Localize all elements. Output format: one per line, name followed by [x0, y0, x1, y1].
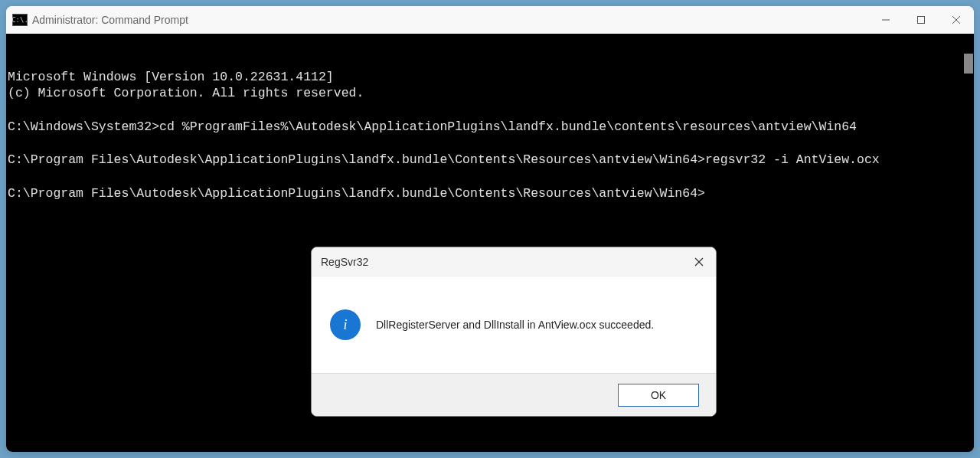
dialog-footer: OK — [312, 373, 716, 416]
close-icon — [952, 16, 960, 24]
info-icon: i — [330, 309, 361, 340]
cmd-icon: C:\. — [12, 14, 28, 26]
dialog-close-button[interactable] — [682, 247, 716, 276]
window-title: Administrator: Command Prompt — [32, 14, 188, 26]
regsvr32-dialog: RegSvr32 i DllRegisterServer and DllInst… — [311, 247, 717, 417]
dialog-title: RegSvr32 — [321, 256, 682, 268]
window-controls — [868, 6, 974, 34]
scrollbar-track[interactable] — [963, 34, 974, 452]
titlebar[interactable]: C:\. Administrator: Command Prompt — [6, 6, 974, 34]
minimize-button[interactable] — [868, 6, 903, 34]
maximize-button[interactable] — [903, 6, 939, 34]
close-icon — [694, 257, 704, 267]
close-button[interactable] — [939, 6, 974, 34]
maximize-icon — [917, 16, 925, 24]
scrollbar-thumb[interactable] — [964, 54, 973, 74]
svg-rect-1 — [918, 17, 925, 24]
dialog-titlebar[interactable]: RegSvr32 — [312, 247, 716, 276]
terminal-output: Microsoft Windows [Version 10.0.22631.41… — [6, 69, 974, 202]
minimize-icon — [882, 16, 890, 24]
dialog-body: i DllRegisterServer and DllInstall in An… — [312, 276, 716, 373]
ok-button[interactable]: OK — [618, 384, 699, 407]
dialog-message: DllRegisterServer and DllInstall in AntV… — [376, 319, 654, 331]
